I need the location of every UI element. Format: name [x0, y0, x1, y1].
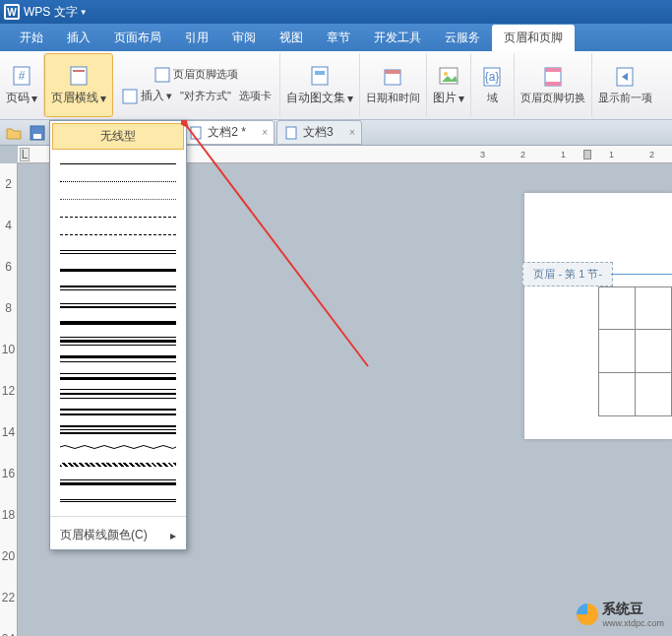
tab-dev[interactable]: 开发工具: [362, 25, 433, 51]
tab-view[interactable]: 视图: [268, 25, 315, 51]
line-style-option[interactable]: [60, 195, 176, 203]
ruler-mark: 1: [609, 150, 614, 159]
line-style-option[interactable]: [60, 390, 176, 398]
ribbon-insert[interactable]: 插入▾: [117, 86, 176, 107]
tab-ref[interactable]: 引用: [173, 25, 220, 51]
line-style-option[interactable]: [60, 213, 176, 221]
ribbon-picture[interactable]: 图片▾: [427, 53, 471, 117]
ribbon-tabs-option[interactable]: 选项卡: [235, 86, 275, 107]
line-style-option[interactable]: [60, 496, 176, 504]
tab-review[interactable]: 审阅: [220, 25, 268, 51]
line-style-option[interactable]: [60, 408, 176, 415]
ribbon-hf-switch-label: 页眉页脚切换: [520, 91, 585, 105]
doctab-doc2-label: 文档2 *: [208, 124, 246, 141]
tab-header-footer[interactable]: 页眉和页脚: [492, 25, 575, 51]
ribbon-header-line[interactable]: 页眉横线▾: [44, 53, 113, 117]
ribbon-hf-switch[interactable]: 页眉页脚切换: [515, 53, 592, 117]
ribbon: # 页码▾ 页眉横线▾ 页眉页脚选项 插入▾ "对齐方式" 选项卡 自动图文集▾: [0, 51, 672, 120]
svg-rect-15: [545, 68, 561, 72]
ribbon-hf-options-label: 页眉页脚选项: [173, 67, 238, 82]
table-row[interactable]: [598, 330, 672, 373]
svg-rect-19: [33, 134, 41, 139]
doctab-doc2[interactable]: 文档2 * ×: [181, 120, 275, 145]
svg-rect-4: [155, 68, 169, 82]
tab-layout[interactable]: 页面布局: [102, 25, 173, 51]
line-style-option[interactable]: [60, 337, 176, 345]
close-icon[interactable]: ×: [262, 127, 268, 138]
svg-point-11: [444, 72, 448, 76]
table-cell[interactable]: [599, 287, 636, 329]
line-style-option[interactable]: [60, 443, 176, 451]
line-style-option[interactable]: [60, 372, 176, 380]
hf-options-icon: [153, 66, 171, 84]
ribbon-autotext[interactable]: 自动图文集▾: [280, 53, 360, 117]
prev-icon: [613, 65, 637, 89]
line-style-option[interactable]: [60, 319, 176, 327]
ruler-mark: 18: [2, 508, 15, 522]
close-icon[interactable]: ×: [349, 127, 355, 138]
table-cell[interactable]: [636, 330, 671, 372]
ribbon-show-prev[interactable]: 显示前一项: [592, 53, 658, 117]
ruler-mark: 16: [2, 467, 15, 480]
tab-cloud[interactable]: 云服务: [433, 25, 492, 51]
hf-switch-icon: [541, 65, 565, 89]
ribbon-page-number[interactable]: # 页码▾: [0, 53, 44, 117]
watermark-logo-icon: [577, 604, 598, 625]
save-icon[interactable]: [29, 124, 46, 142]
line-style-option[interactable]: [60, 461, 176, 469]
table-row[interactable]: [598, 373, 672, 416]
ruler-mark: 3: [480, 150, 485, 159]
autotext-icon: [308, 64, 332, 88]
doctab-doc3-label: 文档3: [303, 124, 334, 141]
line-style-option[interactable]: [60, 266, 176, 274]
table-row[interactable]: [598, 286, 672, 330]
ribbon-align-label: "对齐方式": [180, 89, 231, 103]
table-cell[interactable]: [599, 330, 636, 372]
line-style-option[interactable]: [60, 284, 176, 291]
svg-rect-2: [71, 67, 87, 85]
ribbon-hf-options[interactable]: 页眉页脚选项: [117, 64, 275, 86]
header-line-icon: [67, 64, 91, 88]
table[interactable]: [598, 286, 672, 416]
title-dropdown-icon[interactable]: ▼: [80, 8, 88, 17]
header-section-tag: 页眉 - 第 1 节-: [522, 262, 613, 286]
tab-insert[interactable]: 插入: [55, 25, 102, 51]
ribbon-align[interactable]: "对齐方式": [176, 86, 235, 107]
ribbon-field[interactable]: {a} 域: [471, 53, 515, 117]
svg-rect-7: [315, 71, 325, 75]
app-logo-icon: [4, 4, 20, 20]
ruler-mark: 12: [2, 384, 15, 398]
chevron-down-icon: ▾: [31, 92, 37, 105]
ribbon-datetime[interactable]: 日期和时间: [360, 53, 427, 117]
doc-icon: [285, 126, 299, 140]
divider: [50, 516, 186, 517]
watermark-url: www.xtdpc.com: [602, 618, 664, 628]
ruler-mark: 22: [2, 591, 15, 604]
svg-rect-9: [385, 70, 400, 74]
svg-rect-6: [312, 67, 328, 85]
ruler-mark: 14: [2, 425, 15, 439]
line-style-option[interactable]: [60, 301, 176, 309]
line-style-option[interactable]: [60, 354, 176, 362]
line-style-option[interactable]: [60, 177, 176, 185]
line-style-option[interactable]: [60, 248, 176, 256]
table-cell[interactable]: [636, 373, 671, 415]
line-style-option[interactable]: [60, 159, 176, 167]
line-color-option[interactable]: 页眉横线颜色(C) ▸: [50, 521, 186, 549]
line-style-option[interactable]: [60, 478, 176, 486]
ruler-indent-marker[interactable]: [583, 150, 591, 159]
ruler-mark: 1: [561, 150, 566, 159]
tab-start[interactable]: 开始: [8, 25, 55, 51]
tab-chapter[interactable]: 章节: [315, 25, 362, 51]
field-icon: {a}: [480, 65, 504, 89]
line-style-option[interactable]: [60, 425, 176, 433]
doc-icon: [190, 126, 204, 140]
table-cell[interactable]: [636, 287, 671, 329]
table-cell[interactable]: [599, 373, 636, 415]
line-style-option[interactable]: [60, 230, 176, 238]
doctab-doc3[interactable]: 文档3 ×: [276, 120, 362, 145]
line-style-none[interactable]: 无线型: [52, 123, 184, 150]
insert-icon: [121, 88, 139, 105]
ruler-tab-icon[interactable]: L: [20, 148, 30, 161]
open-folder-icon[interactable]: [5, 124, 23, 142]
